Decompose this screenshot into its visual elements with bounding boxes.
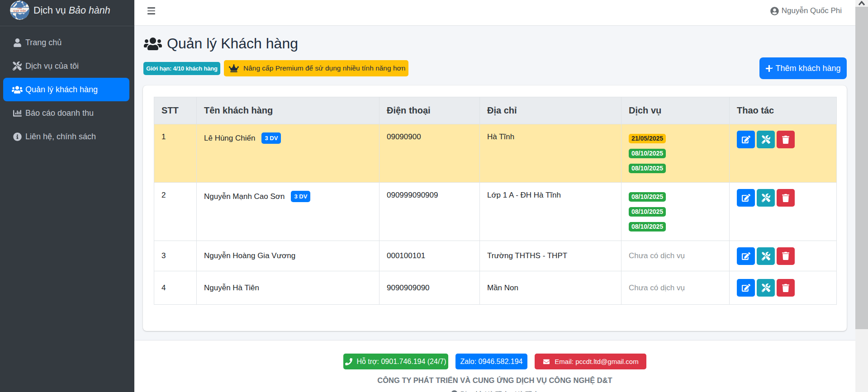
svg-text:GỌI TÔI: GỌI TÔI xyxy=(13,9,26,12)
